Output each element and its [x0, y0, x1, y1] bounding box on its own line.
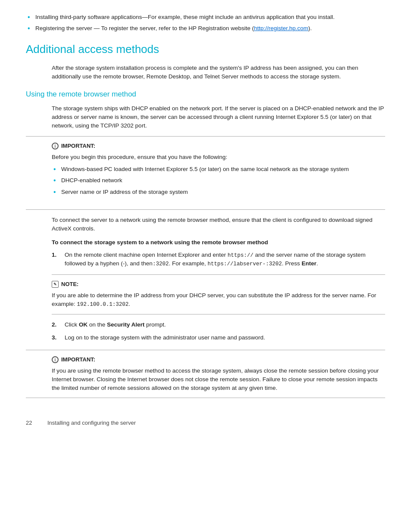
- step-1-number: 1.: [52, 251, 59, 269]
- important-label-1: i IMPORTANT:: [52, 142, 385, 150]
- step-1-code2: :3202: [153, 261, 169, 267]
- bullet-text-2-before: Registering the server — To register the…: [35, 25, 254, 31]
- step-3-number: 3.: [52, 333, 59, 342]
- step-2-bold1: OK: [79, 321, 87, 328]
- step-1-text-before: On the remote client machine open Intern…: [65, 252, 227, 258]
- important-bullet-2: DHCP-enabled network: [52, 176, 385, 185]
- bullet-item-2: Registering the server — To register the…: [26, 24, 385, 33]
- important-icon-1: i: [52, 143, 59, 149]
- step-1-text-end: . Press: [282, 260, 302, 267]
- note-code: 192.100.0.1:3202: [77, 302, 129, 308]
- important-bullet-list-1: Windows-based PC loaded with Internet Ex…: [52, 165, 385, 196]
- note-label: ✎ NOTE:: [52, 280, 385, 289]
- important-intro-1: Before you begin this procedure, ensure …: [52, 153, 385, 162]
- step-2-text-before: Click: [65, 321, 79, 328]
- bullet-text-1: Installing third-party software applicat…: [35, 14, 335, 20]
- footer-text: Installing and configuring the server: [47, 419, 136, 427]
- subsection-heading: Using the remote browser method: [26, 89, 385, 100]
- hp-registration-link[interactable]: http://register.hp.com: [254, 25, 308, 31]
- step-1-bold-end: Enter: [302, 260, 317, 267]
- procedure-title: To connect the storage system to a netwo…: [52, 238, 385, 247]
- bullet-text-2-after: ).: [308, 25, 312, 31]
- important-label-2: i IMPORTANT:: [52, 355, 385, 364]
- step-1-code3: https://labserver-:3202: [208, 261, 282, 267]
- step-1-content: On the remote client machine open Intern…: [65, 251, 385, 269]
- step-3-text: Log on to the storage system with the ad…: [65, 333, 265, 342]
- step-2-text-end: prompt.: [145, 321, 166, 328]
- important-icon-2: i: [52, 356, 59, 363]
- note-text: If you are able to determine the IP addr…: [52, 291, 385, 309]
- important-text-2: If you are using the remote browser meth…: [52, 367, 385, 393]
- important-box-2: i IMPORTANT: If you are using the remote…: [26, 350, 385, 398]
- steps-list: 1. On the remote client machine open Int…: [52, 251, 385, 269]
- section-heading: Additional access methods: [26, 41, 385, 58]
- bullet-item-1: Installing third-party software applicat…: [26, 13, 385, 22]
- footer: 22 Installing and configuring the server: [26, 415, 385, 427]
- step-2-content: Click OK on the Security Alert prompt.: [65, 320, 166, 329]
- note-icon: ✎: [52, 281, 59, 288]
- step-1-text-final: .: [317, 260, 318, 267]
- note-inner: ✎ NOTE: If you are able to determine the…: [52, 280, 385, 309]
- step-2-text-mid: on the: [87, 321, 107, 328]
- connect-text: To connect the server to a network using…: [52, 216, 385, 233]
- step-3: 3. Log on to the storage system with the…: [52, 333, 385, 342]
- footer-page-number: 22: [26, 419, 39, 427]
- subsection-body: The storage system ships with DHCP enabl…: [52, 104, 385, 131]
- step-2-bold2: Security Alert: [107, 321, 144, 328]
- step-1-text-mid2: . For example,: [169, 260, 208, 267]
- step-2-number: 2.: [52, 320, 59, 329]
- important-bullet-1: Windows-based PC loaded with Internet Ex…: [52, 165, 385, 174]
- step-2: 2. Click OK on the Security Alert prompt…: [52, 320, 385, 329]
- steps-list-2: 2. Click OK on the Security Alert prompt…: [52, 320, 385, 342]
- important-box-1: i IMPORTANT: Before you begin this proce…: [26, 136, 385, 210]
- note-box: ✎ NOTE: If you are able to determine the…: [52, 274, 385, 314]
- section-intro: After the storage system installation pr…: [52, 64, 385, 81]
- important-bullet-3: Server name or IP address of the storage…: [52, 188, 385, 196]
- intro-bullet-list: Installing third-party software applicat…: [26, 13, 385, 33]
- step-1-code1: https://: [227, 252, 253, 258]
- note-text-after: .: [129, 301, 131, 307]
- step-1: 1. On the remote client machine open Int…: [52, 251, 385, 269]
